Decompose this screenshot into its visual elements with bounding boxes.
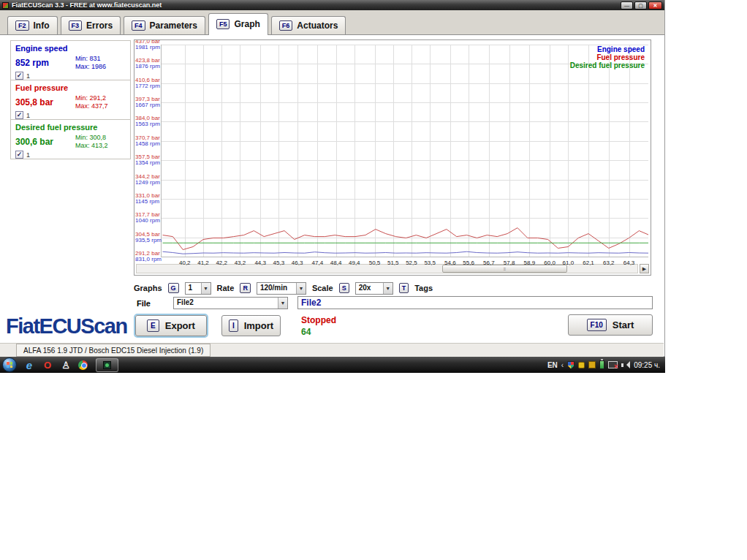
x-axis-label: 44,3: [254, 260, 266, 266]
app-icon: [2, 2, 9, 9]
x-axis-label: 41,2: [197, 260, 209, 266]
rate-label: Rate: [217, 284, 235, 292]
language-indicator[interactable]: EN: [547, 361, 558, 369]
desktop: FiatECUScan 3.3 - FREE at www.fiatecusca…: [0, 0, 747, 560]
chevron-down-icon: ▼: [296, 283, 306, 294]
y-axis-label: 291,2 bar831,0 rpm: [135, 251, 159, 262]
y-axis-label: 397,3 bar1667 rpm: [135, 97, 159, 108]
x-axis-label: 45,3: [273, 260, 285, 266]
tab-key-badge: F3: [69, 20, 83, 31]
rate-key-badge[interactable]: R: [240, 283, 251, 293]
windows-start-button[interactable]: [2, 357, 17, 372]
fiatecuscan-logo: FiatECUScan: [6, 314, 127, 338]
y-axis-label: 384,0 bar1563 rpm: [135, 116, 159, 127]
security-shield-icon[interactable]: [567, 361, 575, 369]
opera-icon[interactable]: O: [42, 359, 53, 371]
chevron-down-icon: ▼: [383, 283, 393, 294]
graph-controls: Graphs G 1 ▼ Rate R 120/min ▼ Scale S 20…: [134, 280, 433, 296]
tags-key-badge[interactable]: T: [399, 283, 409, 293]
chevron-down-icon: ▼: [201, 283, 211, 294]
clock[interactable]: 09:25 ч.: [634, 361, 660, 369]
lock-icon[interactable]: [578, 362, 585, 368]
graphs-key-badge[interactable]: G: [168, 283, 179, 293]
x-axis-label: 60,0: [544, 260, 555, 266]
chevron-left-icon[interactable]: ‹: [561, 361, 564, 369]
x-axis-label: 42,2: [216, 260, 227, 266]
taskbar-active-app[interactable]: [96, 358, 118, 372]
y-axis-label-rpm: 1981 rpm: [135, 45, 159, 50]
sensor-checkbox-label: 1: [26, 72, 30, 80]
y-axis-label-rpm: 1040 rpm: [135, 218, 159, 224]
x-axis-label: 53,5: [424, 260, 436, 266]
rate-value: 120/min: [257, 283, 296, 294]
minimize-button[interactable]: —: [621, 1, 633, 10]
sensor-panel: Engine speed852 rpmMin: 831Max: 1986✓1Fu…: [10, 40, 131, 159]
import-key-badge: I: [229, 319, 238, 332]
filename-field[interactable]: File2: [297, 296, 653, 309]
tab-actuators[interactable]: F6Actuators: [271, 16, 346, 34]
y-axis-label: 344,2 bar1249 rpm: [135, 174, 159, 186]
sensor-max: Max: 437,7: [75, 102, 108, 110]
scale-select[interactable]: 20x ▼: [355, 282, 393, 295]
y-axis-label-rpm: 935,5 rpm: [135, 238, 159, 243]
sensor-name: Fuel pressure: [15, 83, 126, 92]
volume-icon[interactable]: [621, 361, 630, 369]
start-button[interactable]: F10 Start: [568, 314, 653, 336]
vehicle-info: ALFA 156 1.9 JTD / Bosch EDC15 Diesel In…: [16, 344, 211, 357]
y-axis-label-rpm: 1354 rpm: [135, 160, 159, 166]
series-fuel-pressure: [163, 228, 649, 250]
tab-label: Parameters: [150, 20, 197, 31]
sensor-checkbox[interactable]: ✓: [15, 151, 23, 159]
white-app-icon[interactable]: ♙: [60, 359, 72, 371]
sensor-minmax: Min: 291,2Max: 437,7: [75, 94, 108, 110]
x-axis-label: 49,4: [349, 260, 360, 266]
sensor-max: Max: 413,2: [75, 142, 108, 150]
scale-key-badge[interactable]: S: [339, 283, 349, 293]
title-bar: FiatECUScan 3.3 - FREE at www.fiatecusca…: [0, 0, 664, 10]
plot-area: Engine speedFuel pressureDesired fuel pr…: [161, 45, 648, 257]
scrollbar-right-arrow-icon[interactable]: ▶: [640, 264, 649, 273]
x-axis-label: 56,7: [483, 260, 495, 266]
import-button[interactable]: I Import: [221, 315, 281, 336]
x-axis-label: 54,6: [444, 260, 456, 266]
taskbar: e O ♙ EN ‹ 09:25 ч.: [0, 357, 665, 373]
sensor-value: 852 rpm: [15, 58, 126, 68]
sensor-value: 305,8 bar: [15, 97, 126, 107]
file-label: File: [137, 299, 151, 308]
maximize-button[interactable]: ▢: [634, 1, 647, 10]
x-axis-label: 58,9: [524, 260, 536, 266]
sensor-checkbox[interactable]: ✓: [15, 111, 23, 119]
x-axis-label: 52,5: [406, 260, 417, 266]
sample-counter: 64: [301, 327, 311, 337]
chevron-down-icon: ▼: [278, 298, 287, 309]
tab-errors[interactable]: F3Errors: [61, 16, 121, 34]
sensor-checkbox-row: ✓1: [15, 111, 126, 119]
file-select[interactable]: File2 ▼: [173, 297, 288, 309]
y-axis-label: 423,8 bar1876 rpm: [135, 58, 159, 69]
export-label: Export: [165, 320, 195, 331]
export-button[interactable]: E Export: [135, 315, 207, 336]
x-axis-label: 57,8: [504, 260, 515, 266]
y-axis-label-rpm: 1563 rpm: [135, 121, 159, 127]
graph-panel: Engine speedFuel pressureDesired fuel pr…: [134, 39, 651, 276]
battery-icon[interactable]: [599, 360, 604, 369]
series-engine-speed: [163, 251, 649, 254]
graphs-count-select[interactable]: 1 ▼: [185, 282, 211, 295]
tab-info[interactable]: F2Info: [7, 16, 58, 34]
internet-explorer-icon[interactable]: e: [23, 359, 35, 371]
sensor-checkbox[interactable]: ✓: [15, 72, 23, 80]
sensor-name: Engine speed: [15, 44, 126, 53]
chrome-icon[interactable]: [78, 360, 88, 370]
fiatecuscan-taskbar-icon: [103, 361, 111, 369]
close-button[interactable]: ✕: [648, 1, 662, 10]
rate-select[interactable]: 120/min ▼: [257, 282, 306, 295]
tab-parameters[interactable]: F4Parameters: [124, 16, 205, 34]
scheduler-icon[interactable]: [588, 361, 596, 368]
x-axis-label: 47,4: [312, 260, 324, 266]
x-axis-label: 51,5: [387, 260, 399, 266]
x-axis-label: 48,4: [330, 260, 342, 266]
tab-graph[interactable]: F5Graph: [208, 13, 268, 35]
sensor-checkbox-label: 1: [26, 112, 30, 119]
x-axis-label: 64,3: [623, 260, 635, 266]
display-disconnected-icon[interactable]: [608, 361, 618, 368]
